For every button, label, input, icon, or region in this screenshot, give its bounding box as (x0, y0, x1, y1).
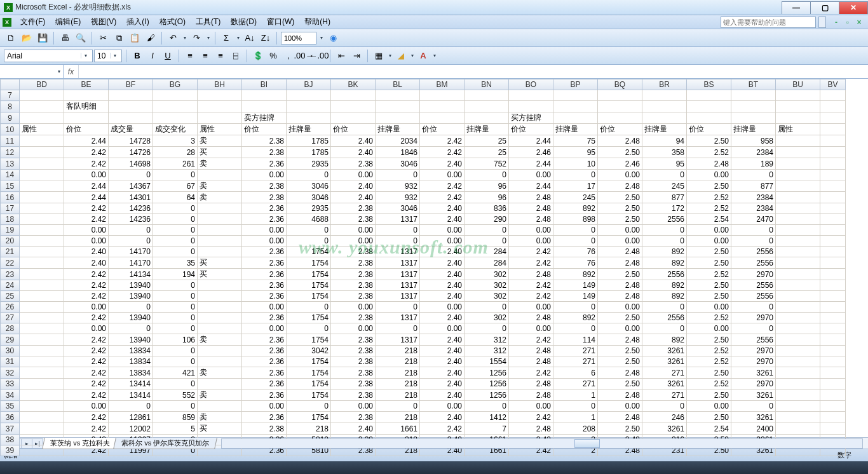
cell[interactable]: 0 (109, 401, 153, 412)
cell[interactable]: 0.00 (598, 401, 642, 412)
cell[interactable] (465, 90, 509, 101)
cell[interactable]: 0.00 (420, 302, 465, 313)
cell[interactable] (198, 236, 242, 247)
cell[interactable]: 5 (153, 423, 198, 435)
cell[interactable]: 2.52 (687, 192, 731, 203)
cell[interactable] (776, 412, 820, 423)
cell[interactable] (776, 170, 820, 180)
cell[interactable]: 2.48 (598, 389, 642, 401)
underline-icon[interactable]: U (161, 49, 175, 63)
cell[interactable]: 2.38 (242, 135, 287, 147)
cell[interactable] (20, 313, 64, 323)
cell[interactable]: 877 (731, 180, 776, 192)
cell[interactable]: 卖 (198, 180, 242, 192)
cell[interactable]: 2.50 (687, 180, 731, 192)
cell[interactable]: 0 (465, 225, 509, 236)
cell[interactable]: 0 (153, 356, 198, 367)
cell[interactable]: 0.00 (420, 323, 465, 334)
cut-icon[interactable]: ✂ (96, 31, 110, 45)
decrease-indent-icon[interactable]: ⇤ (334, 49, 348, 63)
cell[interactable]: 2.42 (509, 412, 553, 423)
cell[interactable] (20, 269, 64, 280)
cell[interactable]: 0 (731, 302, 776, 313)
cell[interactable] (20, 291, 64, 302)
cell[interactable] (198, 112, 242, 124)
cell[interactable] (776, 423, 820, 435)
cell[interactable]: 2.40 (420, 257, 465, 269)
cell[interactable]: 2.48 (598, 367, 642, 379)
cell[interactable]: 95 (642, 158, 687, 170)
cell[interactable] (820, 192, 846, 203)
cell[interactable]: 1785 (287, 147, 331, 158)
cell[interactable]: 0 (287, 323, 331, 334)
cell[interactable] (20, 180, 64, 192)
cell[interactable] (109, 101, 153, 112)
increase-indent-icon[interactable]: ⇥ (349, 49, 363, 63)
cell[interactable]: 64 (153, 192, 198, 203)
cell[interactable]: 挂牌量 (376, 124, 420, 135)
cell[interactable] (820, 203, 846, 214)
cell[interactable]: 2.50 (687, 412, 731, 423)
cell[interactable] (642, 101, 687, 112)
cell[interactable]: 2.40 (420, 313, 465, 323)
cell[interactable]: 114 (553, 334, 598, 346)
cell[interactable] (776, 203, 820, 214)
row-header[interactable]: 23 (1, 269, 20, 280)
cell[interactable] (153, 101, 198, 112)
cell[interactable]: 35 (153, 257, 198, 269)
cell[interactable]: 0.00 (64, 236, 109, 247)
cell[interactable] (198, 90, 242, 101)
cell[interactable]: 2970 (731, 379, 776, 389)
cell[interactable]: 1846 (376, 147, 420, 158)
cell[interactable]: 0.00 (509, 302, 553, 313)
cell[interactable]: 2970 (731, 313, 776, 323)
cell[interactable] (198, 302, 242, 313)
cell[interactable]: 0 (287, 401, 331, 412)
row-header[interactable]: 26 (1, 302, 20, 313)
cell[interactable]: 2.36 (242, 203, 287, 214)
cell[interactable] (20, 346, 64, 356)
cell[interactable]: 218 (376, 346, 420, 356)
zoom-combo[interactable]: 100% (281, 32, 316, 44)
cell[interactable]: 284 (465, 257, 509, 269)
cell[interactable]: 2.50 (687, 334, 731, 346)
help-dropdown-icon[interactable] (818, 17, 826, 28)
cell[interactable]: 买 (198, 423, 242, 435)
cell[interactable] (820, 247, 846, 257)
row-header[interactable]: 33 (1, 379, 20, 389)
cell[interactable]: 2.50 (687, 291, 731, 302)
cell[interactable]: 302 (465, 313, 509, 323)
cell[interactable] (153, 90, 198, 101)
cell[interactable]: 2.48 (598, 180, 642, 192)
cell[interactable]: 2.42 (509, 280, 553, 291)
cell[interactable]: 2.36 (242, 356, 287, 367)
cell[interactable]: 25 (465, 135, 509, 147)
cell[interactable] (776, 101, 820, 112)
cell[interactable]: 2.40 (420, 379, 465, 389)
cell[interactable]: 877 (642, 192, 687, 203)
cell[interactable]: 1317 (376, 257, 420, 269)
cell[interactable]: 1754 (287, 269, 331, 280)
cell[interactable] (376, 112, 420, 124)
row-header[interactable]: 22 (1, 257, 20, 269)
cell[interactable]: 14236 (109, 203, 153, 214)
cell[interactable]: 0 (287, 170, 331, 180)
redo-dropdown-icon[interactable]: ▾ (205, 31, 211, 45)
cell[interactable] (776, 135, 820, 147)
cell[interactable] (598, 101, 642, 112)
cell[interactable] (776, 389, 820, 401)
cell[interactable] (153, 112, 198, 124)
cell[interactable]: 0 (109, 323, 153, 334)
autosum-dropdown-icon[interactable]: ▾ (235, 31, 241, 45)
cell[interactable]: 76 (553, 247, 598, 257)
cell[interactable]: 1754 (287, 334, 331, 346)
cell[interactable] (20, 401, 64, 412)
cell[interactable] (687, 101, 731, 112)
cell[interactable] (20, 236, 64, 247)
zoom-dropdown-icon[interactable]: ▾ (318, 31, 324, 45)
row-header[interactable]: 29 (1, 334, 20, 346)
horizontal-scrollbar[interactable] (221, 438, 863, 449)
cell[interactable]: 1754 (287, 412, 331, 423)
cell[interactable] (776, 236, 820, 247)
cell[interactable]: 2.38 (331, 356, 376, 367)
